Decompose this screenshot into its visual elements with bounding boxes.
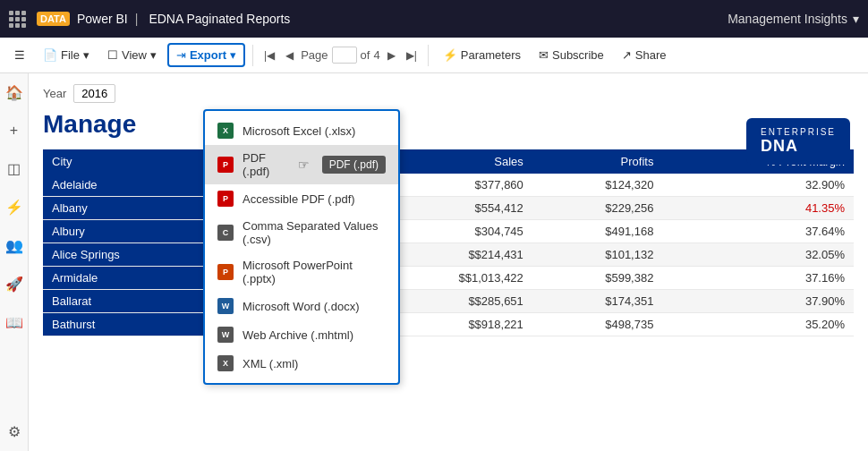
page-number-input[interactable]: 1 — [332, 47, 357, 64]
accessible_pdf-icon: P — [217, 191, 234, 207]
cell-margin: 37.16% — [662, 267, 854, 290]
share-button[interactable]: ↗ Share — [615, 45, 674, 65]
cell-city: Armidale — [43, 267, 211, 290]
mhtml-icon: W — [217, 327, 234, 343]
docx-label: Microsoft Word (.docx) — [243, 300, 360, 313]
hamburger-button[interactable]: ☰ — [7, 45, 32, 65]
page-prev-button[interactable]: ◀ — [282, 47, 297, 64]
parameters-button[interactable]: ⚡ Parameters — [436, 45, 528, 65]
cell-profits: $229,256 — [532, 197, 663, 220]
data-table: City Year Qty Sales Profits % Profit Mar… — [43, 149, 854, 336]
file-button[interactable]: 📄 File ▾ — [36, 45, 97, 65]
year-value[interactable]: 2016 — [73, 84, 115, 103]
excel-icon: X — [217, 123, 234, 139]
top-bar-left: DATA Power BI | EDNA Paginated Reports — [9, 11, 290, 28]
csv-icon: C — [217, 225, 234, 241]
col-city: City — [43, 149, 211, 174]
export-icon: ⇥ — [176, 48, 186, 62]
export-item-csv[interactable]: CComma Separated Values (.csv) — [205, 213, 398, 252]
excel-label: Microsoft Excel (.xlsx) — [243, 124, 355, 138]
edna-logo: ENTERPRISE DNA — [746, 118, 850, 165]
workspace-switcher[interactable]: Management Insights ▾ — [728, 12, 859, 26]
cell-profits: $599,382 — [532, 267, 663, 290]
pdf-label: PDF (.pdf) — [243, 151, 285, 178]
filter-icon: ⚡ — [443, 48, 457, 62]
view-icon: ☐ — [107, 48, 118, 62]
cell-profits: $174,351 — [532, 290, 663, 313]
sidebar-layout-icon[interactable]: ◫ — [4, 157, 24, 181]
toolbar: ☰ 📄 File ▾ ☐ View ▾ ⇥ Export ▾ |◀ ◀ Page… — [0, 38, 868, 73]
year-label: Year — [43, 87, 66, 100]
view-button[interactable]: ☐ View ▾ — [100, 45, 164, 65]
cell-city: Alice Springs — [43, 243, 211, 267]
sidebar-rocket-icon[interactable]: 🚀 — [2, 272, 27, 296]
report-area: Year 2016 Manage ENTERPRISE DNA City Yea… — [29, 73, 868, 451]
table-row: Armidale2016660$$1,013,422$599,38237.16% — [43, 267, 854, 290]
logo-box: DATA — [37, 12, 70, 26]
export-item-docx[interactable]: WMicrosoft Word (.docx) — [205, 292, 398, 320]
sidebar-add-icon[interactable]: + — [6, 119, 21, 142]
cell-margin: 32.90% — [662, 174, 854, 197]
cell-margin: 35.20% — [662, 313, 854, 336]
sidebar-people-icon[interactable]: 👥 — [2, 234, 27, 258]
cell-profits: $101,132 — [532, 243, 663, 267]
page-first-button[interactable]: |◀ — [260, 47, 278, 64]
page-last-button[interactable]: ▶| — [403, 47, 421, 64]
export-chevron-icon: ▾ — [230, 48, 236, 62]
app-grid-icon[interactable] — [9, 11, 26, 28]
col-profits: Profits — [532, 149, 663, 174]
separator-2 — [428, 45, 429, 66]
export-item-excel[interactable]: XMicrosoft Excel (.xlsx) — [205, 116, 398, 145]
cell-city: Ballarat — [43, 290, 211, 313]
sidebar-settings-icon[interactable]: ⚙ — [4, 420, 24, 444]
cell-profits: $124,320 — [532, 174, 663, 197]
cell-margin: 32.05% — [662, 243, 854, 267]
cell-margin: 37.90% — [662, 290, 854, 313]
separator-1 — [252, 45, 253, 66]
file-chevron-icon: ▾ — [83, 48, 89, 62]
page-navigation: Page 1 of 4 — [301, 47, 379, 64]
sidebar-home-icon[interactable]: 🏠 — [2, 81, 27, 105]
cell-profits: $491,168 — [532, 220, 663, 243]
export-item-pptx[interactable]: PMicrosoft PowerPoint (.pptx) — [205, 252, 398, 292]
cursor-icon: ☞ — [298, 157, 310, 172]
year-filter: Year 2016 — [43, 84, 854, 103]
table-row: Adelaide$377,860$124,32032.90% — [43, 174, 854, 197]
pdf-icon: P — [217, 157, 234, 173]
table-row: Albury$304,745$491,16837.64% — [43, 220, 854, 243]
workspace-label: Management Insights — [728, 12, 847, 26]
left-sidebar: 🏠 + ◫ ⚡ 👥 🚀 📖 ⚙ — [0, 73, 29, 451]
subscribe-button[interactable]: ✉ Subscribe — [532, 45, 611, 65]
pdf-tooltip: PDF (.pdf) — [322, 156, 386, 174]
table-row: Alice Springs2016109$$214,431$101,13232.… — [43, 243, 854, 267]
pptx-icon: P — [217, 264, 234, 280]
cell-city: Albury — [43, 220, 211, 243]
export-item-xml[interactable]: XXML (.xml) — [205, 349, 398, 378]
export-button[interactable]: ⇥ Export ▾ — [167, 43, 245, 67]
cell-city: Albany — [43, 197, 211, 220]
report-name: EDNA Paginated Reports — [149, 12, 290, 26]
table-row: Ballarat2016199$$285,651$174,35137.90% — [43, 290, 854, 313]
export-item-accessible_pdf[interactable]: PAccessible PDF (.pdf) — [205, 184, 398, 213]
sidebar-book-icon[interactable]: 📖 — [2, 311, 27, 335]
table-row: Albany$554,412$229,25641.35% — [43, 197, 854, 220]
table-header-row: City Year Qty Sales Profits % Profit Mar… — [43, 149, 854, 174]
csv-label: Comma Separated Values (.csv) — [243, 219, 386, 246]
top-nav-bar: DATA Power BI | EDNA Paginated Reports M… — [0, 0, 868, 38]
cell-city: Bathurst — [43, 313, 211, 336]
export-dropdown: XMicrosoft Excel (.xlsx)PPDF (.pdf)☞PDF … — [203, 109, 400, 385]
export-item-pdf[interactable]: PPDF (.pdf)☞PDF (.pdf) — [205, 145, 398, 184]
xml-label: XML (.xml) — [243, 357, 298, 370]
app-name: Power BI — [77, 12, 128, 26]
view-chevron-icon: ▾ — [150, 48, 157, 62]
cell-profits: $498,735 — [532, 313, 663, 336]
report-title: Manage — [43, 110, 854, 139]
sidebar-alert-icon[interactable]: ⚡ — [2, 195, 27, 219]
main-area: 🏠 + ◫ ⚡ 👥 🚀 📖 ⚙ Year 2016 Manage ENTERPR… — [0, 73, 868, 451]
export-item-mhtml[interactable]: WWeb Archive (.mhtml) — [205, 320, 398, 349]
page-next-button[interactable]: ▶ — [384, 47, 399, 64]
share-icon: ↗ — [622, 48, 632, 62]
docx-icon: W — [217, 298, 234, 314]
cell-city: Adelaide — [43, 174, 211, 197]
xml-icon: X — [217, 355, 234, 371]
